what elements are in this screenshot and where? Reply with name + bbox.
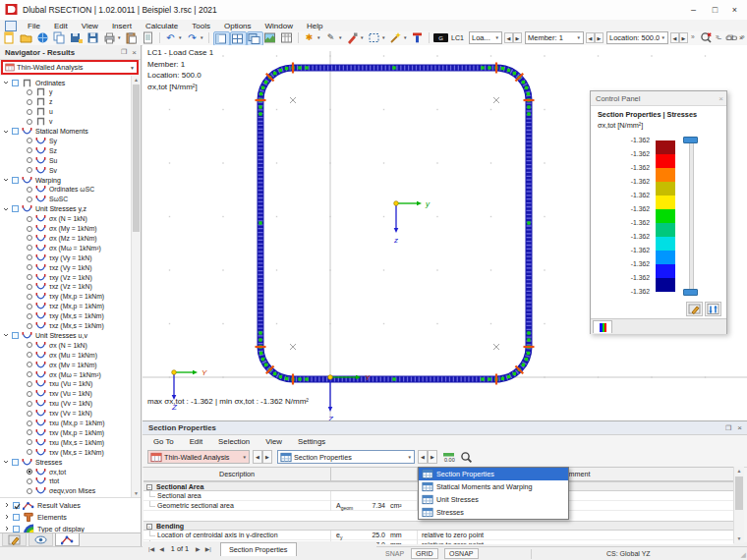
mdi-minimize-icon[interactable]: –: [715, 32, 724, 43]
expand-chevron-icon[interactable]: [3, 206, 9, 212]
tree-radio[interactable]: [27, 196, 32, 202]
tree-radio[interactable]: [27, 284, 32, 290]
dropdown-arrow-icon[interactable]: ▼: [178, 35, 182, 40]
scroll-up-icon[interactable]: ▲: [132, 76, 141, 84]
tree-checkbox[interactable]: [12, 128, 19, 135]
print-icon[interactable]: ▼: [103, 31, 123, 44]
view-dropdown-item-section-properties[interactable]: Section Properties: [419, 468, 568, 480]
view-dropdown-item-statical-moments-and-warping[interactable]: Statical Moments and Warping: [419, 480, 568, 493]
menu-file[interactable]: File: [21, 21, 47, 31]
view-dropdown-item-unit-stresses[interactable]: Unit Stresses: [419, 493, 568, 506]
globe-icon[interactable]: [36, 31, 51, 44]
tree-radio[interactable]: [27, 304, 32, 309]
new-star-icon[interactable]: ✱▼: [303, 31, 322, 44]
panel-options-button[interactable]: [705, 302, 721, 316]
mdi-close-icon[interactable]: ×: [736, 32, 746, 43]
table-group-row-bending[interactable]: −Bending: [144, 521, 733, 531]
combo-arrow-icon[interactable]: ▼: [408, 455, 412, 460]
table-row[interactable]: Location of centroidal axis in y-directi…: [144, 531, 733, 540]
win-multi-icon[interactable]: [247, 31, 263, 46]
edit-pen-icon[interactable]: ✎▼: [324, 31, 344, 44]
prev-icon[interactable]: ◀: [586, 32, 595, 43]
clear-view-icon[interactable]: [700, 31, 715, 44]
win-one-icon[interactable]: [213, 31, 230, 46]
first-page-icon[interactable]: |◀: [148, 545, 154, 552]
tree-checkbox[interactable]: [12, 177, 19, 184]
section-panel-header[interactable]: Section Properties ❐ ×: [143, 421, 747, 435]
close-panel-icon[interactable]: ×: [132, 48, 137, 57]
mdi-restore-icon[interactable]: ❐: [725, 32, 735, 43]
display-brush-icon[interactable]: ▼: [346, 31, 366, 44]
tables-ms-icon[interactable]: [280, 31, 295, 44]
menu-help[interactable]: Help: [300, 21, 329, 31]
tree-radio[interactable]: [27, 342, 32, 348]
menu-tools[interactable]: Tools: [185, 21, 217, 31]
tree-item--xz-mx-s-1knm-[interactable]: τxz (Mx,s = 1kNm): [27, 321, 104, 331]
tree-radio[interactable]: [27, 391, 32, 397]
nav-tab-display[interactable]: [2, 533, 27, 546]
menu-view[interactable]: View: [75, 21, 105, 31]
tree-radio[interactable]: [27, 99, 32, 105]
next-icon[interactable]: ▶: [428, 450, 437, 464]
tree-checkbox[interactable]: [12, 332, 19, 339]
nav-tab-views[interactable]: [29, 533, 53, 546]
paste-icon[interactable]: [125, 31, 140, 44]
tree-radio[interactable]: [27, 323, 32, 329]
tree-item--x-tot[interactable]: σx,tot: [27, 467, 66, 476]
next-icon[interactable]: ▶: [513, 32, 522, 43]
tree-item-s-sc[interactable]: SωSC: [27, 195, 68, 204]
tree-radio[interactable]: [27, 429, 32, 435]
tree-radio[interactable]: [27, 371, 32, 377]
tree-radio[interactable]: [27, 439, 32, 445]
expand-chevron-icon[interactable]: [3, 332, 9, 338]
combo-arrow-icon[interactable]: ▼: [577, 35, 581, 40]
tree-radio[interactable]: [27, 294, 32, 300]
tree-radio[interactable]: [27, 89, 32, 95]
panel-menu-go-to[interactable]: Go To: [145, 437, 182, 446]
maximize-button[interactable]: □: [705, 2, 725, 17]
copy-icon[interactable]: [53, 31, 68, 44]
panel-menu-view[interactable]: View: [258, 437, 290, 446]
scroll-down-icon[interactable]: ▼: [132, 489, 141, 497]
menu-edit[interactable]: Edit: [47, 21, 75, 31]
tree-radio[interactable]: [27, 449, 32, 455]
prev-icon[interactable]: ◀: [253, 450, 262, 464]
menu-window[interactable]: Window: [259, 21, 300, 31]
load-case-combo[interactable]: Loa...▼: [469, 31, 502, 44]
control-panel-header[interactable]: Control Panel ×: [591, 91, 726, 106]
scroll-up-icon[interactable]: ▲: [734, 467, 744, 476]
next-page-icon[interactable]: ▶: [196, 545, 201, 552]
expand-chevron-icon[interactable]: [3, 459, 9, 465]
tree-radio[interactable]: [27, 401, 32, 407]
combo-arrow-icon[interactable]: ▼: [243, 455, 247, 460]
float-panel-icon[interactable]: ❐: [121, 48, 127, 56]
menu-options[interactable]: Options: [217, 21, 259, 31]
decimal-places-button[interactable]: 0.00: [441, 450, 456, 464]
scale-slider-track[interactable]: [689, 139, 694, 296]
tree-radio[interactable]: [27, 226, 32, 232]
grid-toggle[interactable]: GRID: [411, 548, 438, 559]
view-dropdown-item-stresses[interactable]: Stresses: [419, 506, 568, 519]
expand-chevron-icon[interactable]: [3, 177, 9, 183]
scrollbar-thumb[interactable]: [735, 476, 743, 510]
prev-icon[interactable]: ◀: [670, 32, 679, 43]
minimize-button[interactable]: –: [683, 2, 704, 17]
snap-toggle[interactable]: SNAP: [381, 549, 408, 558]
table-scrollbar[interactable]: ▲ ▼: [733, 467, 744, 543]
prev-icon[interactable]: ◀: [504, 32, 513, 43]
next-icon[interactable]: ▶: [595, 32, 603, 43]
tree-radio[interactable]: [27, 216, 32, 222]
footer-checkbox[interactable]: [13, 514, 20, 521]
tree-radio[interactable]: [27, 488, 32, 494]
combo-arrow-icon[interactable]: ▼: [661, 35, 665, 40]
scrollbar-thumb[interactable]: [133, 84, 140, 232]
tree-radio[interactable]: [27, 469, 32, 475]
expand-chevron-icon[interactable]: [4, 526, 10, 532]
tree-radio[interactable]: [27, 245, 32, 251]
panel-menu-selection[interactable]: Selection: [210, 437, 258, 446]
tree-radio[interactable]: [27, 274, 32, 280]
tree-item--eqv-von-mises[interactable]: σeqv,von Mises: [27, 486, 95, 496]
footer-checkbox[interactable]: [13, 526, 20, 532]
scale-slider-handle-top[interactable]: [683, 137, 698, 143]
new-model-icon[interactable]: [3, 31, 18, 44]
